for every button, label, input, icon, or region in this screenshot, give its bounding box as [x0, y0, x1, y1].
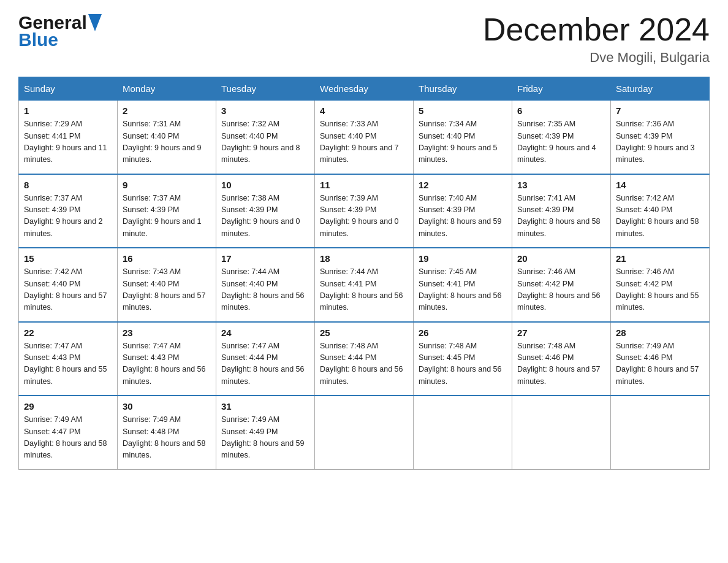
- day-number: 4: [320, 105, 408, 116]
- calendar-table: SundayMondayTuesdayWednesdayThursdayFrid…: [18, 77, 710, 470]
- day-number: 31: [221, 401, 309, 412]
- day-number: 24: [221, 327, 309, 338]
- logo-triangle-icon: [88, 14, 102, 31]
- calendar-cell: 22 Sunrise: 7:47 AM Sunset: 4:43 PM Dayl…: [19, 322, 118, 396]
- day-number: 19: [419, 253, 507, 264]
- svg-marker-0: [88, 14, 102, 31]
- day-info: Sunrise: 7:49 AM Sunset: 4:46 PM Dayligh…: [616, 340, 704, 388]
- day-number: 5: [419, 105, 507, 116]
- title-section: December 2024 Dve Mogili, Bulgaria: [483, 12, 710, 66]
- week-row-2: 8 Sunrise: 7:37 AM Sunset: 4:39 PM Dayli…: [19, 174, 710, 248]
- day-number: 23: [123, 327, 211, 338]
- day-number: 1: [24, 105, 112, 116]
- calendar-cell: 18 Sunrise: 7:44 AM Sunset: 4:41 PM Dayl…: [315, 248, 414, 322]
- calendar-cell: 3 Sunrise: 7:32 AM Sunset: 4:40 PM Dayli…: [216, 101, 315, 174]
- day-number: 15: [24, 253, 112, 264]
- calendar-cell: 8 Sunrise: 7:37 AM Sunset: 4:39 PM Dayli…: [19, 174, 118, 248]
- calendar-cell: 4 Sunrise: 7:33 AM Sunset: 4:40 PM Dayli…: [315, 101, 414, 174]
- header-sunday: Sunday: [19, 77, 118, 101]
- day-info: Sunrise: 7:32 AM Sunset: 4:40 PM Dayligh…: [221, 118, 309, 166]
- calendar-cell: 7 Sunrise: 7:36 AM Sunset: 4:39 PM Dayli…: [611, 101, 710, 174]
- day-info: Sunrise: 7:38 AM Sunset: 4:39 PM Dayligh…: [221, 193, 309, 240]
- calendar-cell: 9 Sunrise: 7:37 AM Sunset: 4:39 PM Dayli…: [118, 174, 216, 248]
- header-thursday: Thursday: [414, 77, 512, 101]
- logo: General Blue: [18, 12, 102, 50]
- day-info: Sunrise: 7:37 AM Sunset: 4:39 PM Dayligh…: [123, 193, 211, 240]
- day-info: Sunrise: 7:49 AM Sunset: 4:47 PM Dayligh…: [24, 414, 112, 462]
- calendar-cell: 10 Sunrise: 7:38 AM Sunset: 4:39 PM Dayl…: [216, 174, 315, 248]
- calendar-cell: 19 Sunrise: 7:45 AM Sunset: 4:41 PM Dayl…: [414, 248, 512, 322]
- calendar-cell: 24 Sunrise: 7:47 AM Sunset: 4:44 PM Dayl…: [216, 322, 315, 396]
- week-row-3: 15 Sunrise: 7:42 AM Sunset: 4:40 PM Dayl…: [19, 248, 710, 322]
- calendar-cell: 12 Sunrise: 7:40 AM Sunset: 4:39 PM Dayl…: [414, 174, 512, 248]
- week-row-1: 1 Sunrise: 7:29 AM Sunset: 4:41 PM Dayli…: [19, 101, 710, 174]
- day-info: Sunrise: 7:33 AM Sunset: 4:40 PM Dayligh…: [320, 118, 408, 166]
- day-number: 11: [320, 180, 408, 190]
- day-number: 17: [221, 253, 309, 264]
- day-info: Sunrise: 7:46 AM Sunset: 4:42 PM Dayligh…: [517, 266, 605, 314]
- header-monday: Monday: [118, 77, 216, 101]
- calendar-cell: 13 Sunrise: 7:41 AM Sunset: 4:39 PM Dayl…: [512, 174, 611, 248]
- header-wednesday: Wednesday: [315, 77, 414, 101]
- calendar-cell: 14 Sunrise: 7:42 AM Sunset: 4:40 PM Dayl…: [611, 174, 710, 248]
- day-info: Sunrise: 7:35 AM Sunset: 4:39 PM Dayligh…: [517, 118, 605, 166]
- calendar-cell: 26 Sunrise: 7:48 AM Sunset: 4:45 PM Dayl…: [414, 322, 512, 396]
- day-number: 13: [517, 180, 605, 190]
- day-info: Sunrise: 7:48 AM Sunset: 4:45 PM Dayligh…: [419, 340, 507, 388]
- calendar-cell: 17 Sunrise: 7:44 AM Sunset: 4:40 PM Dayl…: [216, 248, 315, 322]
- day-number: 12: [419, 180, 507, 190]
- calendar-cell: 31 Sunrise: 7:49 AM Sunset: 4:49 PM Dayl…: [216, 396, 315, 469]
- calendar-cell: 20 Sunrise: 7:46 AM Sunset: 4:42 PM Dayl…: [512, 248, 611, 322]
- day-number: 27: [517, 327, 605, 338]
- day-info: Sunrise: 7:40 AM Sunset: 4:39 PM Dayligh…: [419, 193, 507, 240]
- day-number: 16: [123, 253, 211, 264]
- calendar-cell: [512, 396, 611, 469]
- month-title: December 2024: [483, 12, 710, 47]
- day-info: Sunrise: 7:42 AM Sunset: 4:40 PM Dayligh…: [24, 266, 112, 314]
- day-info: Sunrise: 7:34 AM Sunset: 4:40 PM Dayligh…: [419, 118, 507, 166]
- day-number: 28: [616, 327, 704, 338]
- calendar-cell: 21 Sunrise: 7:46 AM Sunset: 4:42 PM Dayl…: [611, 248, 710, 322]
- day-info: Sunrise: 7:45 AM Sunset: 4:41 PM Dayligh…: [419, 266, 507, 314]
- day-number: 3: [221, 105, 309, 116]
- location-text: Dve Mogili, Bulgaria: [483, 50, 710, 66]
- day-number: 30: [123, 401, 211, 412]
- day-info: Sunrise: 7:47 AM Sunset: 4:43 PM Dayligh…: [24, 340, 112, 388]
- day-info: Sunrise: 7:29 AM Sunset: 4:41 PM Dayligh…: [24, 118, 112, 166]
- logo-blue: Blue: [18, 29, 58, 50]
- calendar-cell: 15 Sunrise: 7:42 AM Sunset: 4:40 PM Dayl…: [19, 248, 118, 322]
- day-info: Sunrise: 7:44 AM Sunset: 4:40 PM Dayligh…: [221, 266, 309, 314]
- header-tuesday: Tuesday: [216, 77, 315, 101]
- day-info: Sunrise: 7:43 AM Sunset: 4:40 PM Dayligh…: [123, 266, 211, 314]
- day-number: 10: [221, 180, 309, 190]
- day-number: 14: [616, 180, 704, 190]
- day-number: 8: [24, 180, 112, 190]
- calendar-cell: 1 Sunrise: 7:29 AM Sunset: 4:41 PM Dayli…: [19, 101, 118, 174]
- calendar-cell: 27 Sunrise: 7:48 AM Sunset: 4:46 PM Dayl…: [512, 322, 611, 396]
- day-number: 2: [123, 105, 211, 116]
- day-info: Sunrise: 7:48 AM Sunset: 4:46 PM Dayligh…: [517, 340, 605, 388]
- calendar-cell: 11 Sunrise: 7:39 AM Sunset: 4:39 PM Dayl…: [315, 174, 414, 248]
- day-number: 22: [24, 327, 112, 338]
- calendar-cell: 30 Sunrise: 7:49 AM Sunset: 4:48 PM Dayl…: [118, 396, 216, 469]
- day-info: Sunrise: 7:36 AM Sunset: 4:39 PM Dayligh…: [616, 118, 704, 166]
- day-info: Sunrise: 7:41 AM Sunset: 4:39 PM Dayligh…: [517, 193, 605, 240]
- day-info: Sunrise: 7:42 AM Sunset: 4:40 PM Dayligh…: [616, 193, 704, 240]
- calendar-cell: [315, 396, 414, 469]
- header-friday: Friday: [512, 77, 611, 101]
- day-number: 9: [123, 180, 211, 190]
- day-number: 18: [320, 253, 408, 264]
- calendar-cell: 28 Sunrise: 7:49 AM Sunset: 4:46 PM Dayl…: [611, 322, 710, 396]
- day-info: Sunrise: 7:44 AM Sunset: 4:41 PM Dayligh…: [320, 266, 408, 314]
- calendar-cell: 6 Sunrise: 7:35 AM Sunset: 4:39 PM Dayli…: [512, 101, 611, 174]
- calendar-cell: 2 Sunrise: 7:31 AM Sunset: 4:40 PM Dayli…: [118, 101, 216, 174]
- calendar-cell: 23 Sunrise: 7:47 AM Sunset: 4:43 PM Dayl…: [118, 322, 216, 396]
- day-info: Sunrise: 7:39 AM Sunset: 4:39 PM Dayligh…: [320, 193, 408, 240]
- calendar-cell: 25 Sunrise: 7:48 AM Sunset: 4:44 PM Dayl…: [315, 322, 414, 396]
- day-number: 6: [517, 105, 605, 116]
- calendar-cell: [611, 396, 710, 469]
- day-number: 20: [517, 253, 605, 264]
- day-info: Sunrise: 7:31 AM Sunset: 4:40 PM Dayligh…: [123, 118, 211, 166]
- header-saturday: Saturday: [611, 77, 710, 101]
- day-info: Sunrise: 7:46 AM Sunset: 4:42 PM Dayligh…: [616, 266, 704, 314]
